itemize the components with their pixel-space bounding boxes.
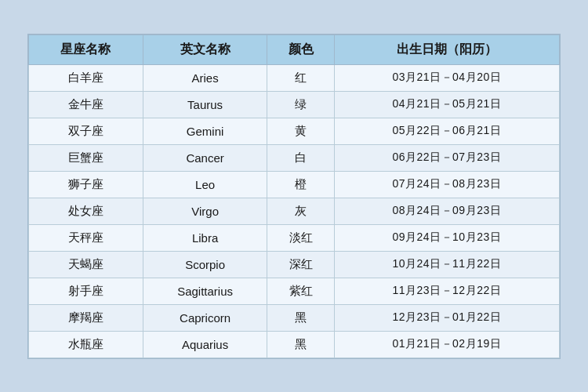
cell-english-name: Libra xyxy=(143,224,267,251)
cell-color: 紫红 xyxy=(267,278,334,304)
cell-color: 橙 xyxy=(267,171,334,198)
cell-english-name: Aquarius xyxy=(143,331,267,358)
cell-date: 03月21日－04月20日 xyxy=(334,64,559,91)
cell-chinese-name: 处女座 xyxy=(29,198,143,224)
cell-english-name: Gemini xyxy=(143,118,267,144)
table-row: 天秤座Libra淡红09月24日－10月23日 xyxy=(29,224,560,251)
cell-color: 灰 xyxy=(267,198,334,224)
table-row: 处女座Virgo灰08月24日－09月23日 xyxy=(29,198,560,224)
table-header-row: 星座名称 英文名称 颜色 出生日期（阳历） xyxy=(29,34,560,64)
cell-chinese-name: 摩羯座 xyxy=(29,304,143,331)
cell-english-name: Leo xyxy=(143,171,267,198)
cell-color: 深红 xyxy=(267,251,334,278)
table-row: 天蝎座Scorpio深红10月24日－11月22日 xyxy=(29,251,560,278)
cell-date: 11月23日－12月22日 xyxy=(334,278,559,304)
cell-date: 12月23日－01月22日 xyxy=(334,304,559,331)
cell-date: 10月24日－11月22日 xyxy=(334,251,559,278)
header-chinese-name: 星座名称 xyxy=(29,34,143,64)
cell-date: 08月24日－09月23日 xyxy=(334,198,559,224)
cell-chinese-name: 双子座 xyxy=(29,118,143,144)
table-row: 射手座Sagittarius紫红11月23日－12月22日 xyxy=(29,278,560,304)
table-row: 水瓶座Aquarius黑01月21日－02月19日 xyxy=(29,331,560,358)
cell-chinese-name: 天秤座 xyxy=(29,224,143,251)
cell-date: 06月22日－07月23日 xyxy=(334,144,559,171)
table-row: 狮子座Leo橙07月24日－08月23日 xyxy=(29,171,560,198)
table-row: 白羊座Aries红03月21日－04月20日 xyxy=(29,64,560,91)
cell-date: 07月24日－08月23日 xyxy=(334,171,559,198)
cell-date: 01月21日－02月19日 xyxy=(334,331,559,358)
table-row: 摩羯座Capricorn黑12月23日－01月22日 xyxy=(29,304,560,331)
cell-english-name: Aries xyxy=(143,64,267,91)
cell-color: 红 xyxy=(267,64,334,91)
cell-chinese-name: 狮子座 xyxy=(29,171,143,198)
cell-color: 白 xyxy=(267,144,334,171)
table-row: 金牛座Taurus绿04月21日－05月21日 xyxy=(29,91,560,118)
table-row: 双子座Gemini黄05月22日－06月21日 xyxy=(29,118,560,144)
table-row: 巨蟹座Cancer白06月22日－07月23日 xyxy=(29,144,560,171)
cell-color: 黑 xyxy=(267,304,334,331)
cell-date: 05月22日－06月21日 xyxy=(334,118,559,144)
cell-chinese-name: 巨蟹座 xyxy=(29,144,143,171)
cell-chinese-name: 白羊座 xyxy=(29,64,143,91)
cell-color: 黄 xyxy=(267,118,334,144)
cell-color: 绿 xyxy=(267,91,334,118)
cell-chinese-name: 水瓶座 xyxy=(29,331,143,358)
cell-english-name: Cancer xyxy=(143,144,267,171)
cell-date: 09月24日－10月23日 xyxy=(334,224,559,251)
cell-chinese-name: 射手座 xyxy=(29,278,143,304)
cell-color: 淡红 xyxy=(267,224,334,251)
cell-color: 黑 xyxy=(267,331,334,358)
header-color: 颜色 xyxy=(267,34,334,64)
header-english-name: 英文名称 xyxy=(143,34,267,64)
cell-english-name: Taurus xyxy=(143,91,267,118)
header-date: 出生日期（阳历） xyxy=(334,34,559,64)
cell-date: 04月21日－05月21日 xyxy=(334,91,559,118)
zodiac-table-container: 星座名称 英文名称 颜色 出生日期（阳历） 白羊座Aries红03月21日－04… xyxy=(27,34,561,359)
cell-chinese-name: 天蝎座 xyxy=(29,251,143,278)
cell-english-name: Scorpio xyxy=(143,251,267,278)
cell-english-name: Virgo xyxy=(143,198,267,224)
zodiac-table: 星座名称 英文名称 颜色 出生日期（阳历） 白羊座Aries红03月21日－04… xyxy=(28,34,560,358)
cell-chinese-name: 金牛座 xyxy=(29,91,143,118)
cell-english-name: Sagittarius xyxy=(143,278,267,304)
cell-english-name: Capricorn xyxy=(143,304,267,331)
